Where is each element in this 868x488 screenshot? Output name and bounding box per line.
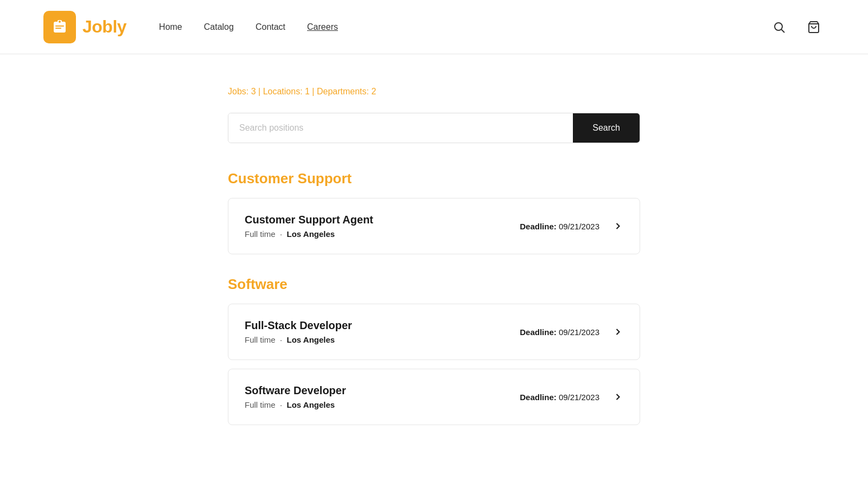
job-deadline: Deadline: 09/21/2023: [520, 328, 599, 337]
chevron-right-icon: [612, 221, 623, 232]
svg-line-5: [782, 29, 785, 33]
job-location: Los Angeles: [287, 400, 335, 409]
nav-careers[interactable]: Careers: [307, 22, 338, 32]
job-card-1-0[interactable]: Full-Stack Developer Full time · Los Ang…: [228, 304, 640, 360]
nav-contact[interactable]: Contact: [256, 22, 285, 32]
header-right: [768, 16, 825, 38]
main-content: Jobs: 3 | Locations: 1 | Departments: 2 …: [217, 54, 651, 479]
job-right: Deadline: 09/21/2023: [520, 326, 623, 337]
chevron-right-icon: [612, 326, 623, 337]
section-0: Customer Support Customer Support Agent …: [228, 170, 640, 254]
job-card-0-0[interactable]: Customer Support Agent Full time · Los A…: [228, 198, 640, 254]
job-meta: Full time · Los Angeles: [245, 229, 373, 239]
job-title: Customer Support Agent: [245, 214, 373, 226]
job-deadline: Deadline: 09/21/2023: [520, 393, 599, 402]
header: Jobly Home Catalog Contact Careers: [0, 0, 868, 54]
header-left: Jobly Home Catalog Contact Careers: [43, 11, 338, 43]
nav: Home Catalog Contact Careers: [159, 22, 338, 32]
stats-bar: Jobs: 3 | Locations: 1 | Departments: 2: [228, 87, 640, 97]
job-location: Los Angeles: [287, 335, 335, 344]
logo-area: Jobly: [43, 11, 126, 43]
logo-icon: [43, 11, 76, 43]
svg-point-3: [59, 21, 61, 23]
sections-container: Customer Support Customer Support Agent …: [228, 170, 640, 425]
search-row: Search: [228, 113, 640, 143]
svg-point-4: [775, 23, 782, 30]
deadline-label: Deadline:: [520, 393, 557, 402]
cart-icon: [807, 21, 820, 34]
chevron-right-icon: [612, 391, 623, 402]
search-icon: [773, 21, 786, 34]
deadline-label: Deadline:: [520, 222, 557, 231]
job-title: Full-Stack Developer: [245, 319, 352, 332]
job-meta: Full time · Los Angeles: [245, 400, 346, 409]
job-right: Deadline: 09/21/2023: [520, 391, 623, 402]
job-info: Software Developer Full time · Los Angel…: [245, 384, 346, 409]
section-title-1: Software: [228, 276, 640, 293]
search-input[interactable]: [228, 113, 573, 143]
job-title: Software Developer: [245, 384, 346, 397]
job-deadline: Deadline: 09/21/2023: [520, 222, 599, 231]
job-location: Los Angeles: [287, 229, 335, 239]
job-card-1-1[interactable]: Software Developer Full time · Los Angel…: [228, 369, 640, 425]
nav-home[interactable]: Home: [159, 22, 182, 32]
job-info: Full-Stack Developer Full time · Los Ang…: [245, 319, 352, 344]
logo-text: Jobly: [82, 17, 126, 37]
section-title-0: Customer Support: [228, 170, 640, 187]
search-icon-button[interactable]: [768, 16, 790, 38]
section-1: Software Full-Stack Developer Full time …: [228, 276, 640, 425]
nav-catalog[interactable]: Catalog: [204, 22, 234, 32]
cart-icon-button[interactable]: [803, 16, 825, 38]
job-info: Customer Support Agent Full time · Los A…: [245, 214, 373, 239]
deadline-label: Deadline:: [520, 328, 557, 337]
job-right: Deadline: 09/21/2023: [520, 221, 623, 232]
search-button[interactable]: Search: [573, 113, 640, 143]
job-meta: Full time · Los Angeles: [245, 335, 352, 344]
